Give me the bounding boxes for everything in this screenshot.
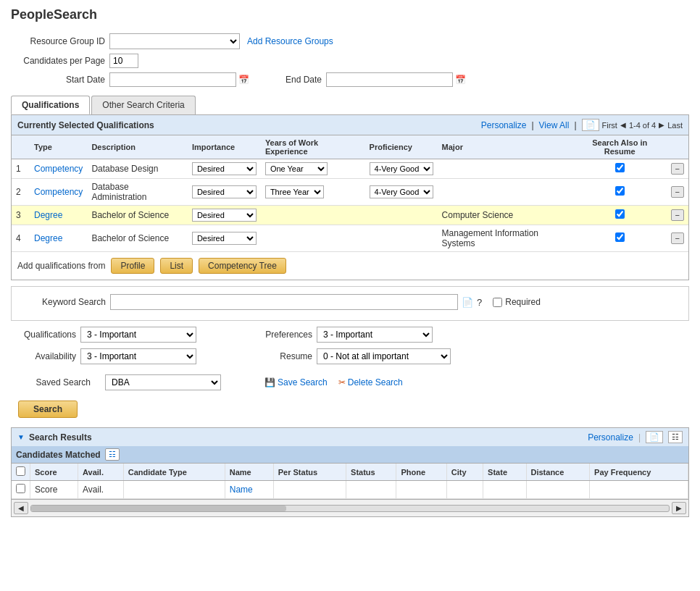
scroll-track[interactable] bbox=[30, 505, 670, 512]
profile-button[interactable]: Profile bbox=[111, 258, 154, 274]
row-type-link[interactable]: Competency bbox=[34, 164, 83, 174]
next-page-icon[interactable]: ▶ bbox=[659, 121, 664, 129]
preferences-criteria: Preferences 3 - Important 0 - Not at all… bbox=[254, 327, 433, 343]
triangle-icon[interactable]: ▼ bbox=[17, 433, 25, 441]
row-years-select[interactable]: Three YearOne YearTwo Years bbox=[265, 185, 324, 198]
row-resume-checkbox[interactable] bbox=[615, 209, 625, 219]
row-importance-select[interactable]: DesiredRequiredNice to Have bbox=[192, 162, 257, 175]
page-title: PeopleSearch bbox=[11, 7, 689, 22]
table-row: 4 Degree Bachelor of Science DesiredRequ… bbox=[12, 225, 688, 252]
row-description: Bachelor of Science bbox=[87, 225, 188, 252]
row-proficiency-select[interactable]: 4-Very Good1-Poor2-Fair3-Good5-Excellent bbox=[370, 162, 433, 175]
view-all-link[interactable]: View All bbox=[539, 120, 570, 130]
row-checkbox[interactable] bbox=[16, 484, 25, 493]
row-major: Computer Science bbox=[438, 206, 573, 225]
row-importance-select[interactable]: DesiredRequiredNice to Have bbox=[192, 232, 257, 245]
resource-group-select[interactable] bbox=[109, 33, 240, 49]
pagination-last[interactable]: Last bbox=[667, 121, 683, 130]
personalize-link[interactable]: Personalize bbox=[481, 120, 527, 130]
row-remove-btn[interactable]: − bbox=[671, 209, 684, 221]
add-resource-groups-link[interactable]: Add Resource Groups bbox=[247, 36, 333, 46]
criteria-row-1: Qualifications 3 - Important 0 - Not at … bbox=[11, 327, 689, 343]
keyword-icons: 📄 ? bbox=[462, 297, 482, 308]
start-date-input[interactable] bbox=[109, 72, 236, 87]
row-remove-btn[interactable]: − bbox=[671, 186, 684, 198]
col-type: Type bbox=[30, 135, 87, 159]
saved-search-select[interactable]: DBA bbox=[105, 374, 221, 390]
row-proficiency-select[interactable]: 4-Very Good1-Poor2-Fair3-Good5-Excellent bbox=[370, 185, 433, 198]
keyword-input[interactable] bbox=[110, 294, 458, 310]
keyword-section: Keyword Search 📄 ? Required bbox=[11, 286, 689, 321]
tab-qualifications[interactable]: Qualifications bbox=[11, 96, 90, 114]
row-description: Database Design bbox=[87, 159, 188, 179]
row-resume-checkbox[interactable] bbox=[615, 232, 625, 242]
preferences-criteria-select[interactable]: 3 - Important 0 - Not at all important 1… bbox=[317, 327, 433, 343]
row-resume-checkbox[interactable] bbox=[615, 186, 625, 196]
resource-group-row: Resource Group ID Add Resource Groups bbox=[11, 33, 689, 49]
col-description: Description bbox=[87, 135, 188, 159]
row-type-link[interactable]: Competency bbox=[34, 187, 83, 197]
end-date-calendar-icon[interactable]: 📅 bbox=[455, 75, 466, 85]
tab-other-search-criteria[interactable]: Other Search Criteria bbox=[91, 96, 195, 114]
resume-criteria-label: Resume bbox=[254, 351, 312, 361]
col-importance: Importance bbox=[188, 135, 261, 159]
required-checkbox[interactable] bbox=[493, 298, 502, 307]
table-row: 1 Competency Database Design DesiredRequ… bbox=[12, 159, 688, 179]
keyword-help-icon[interactable]: ? bbox=[477, 297, 482, 308]
candidates-per-page-row: Candidates per Page bbox=[11, 54, 689, 68]
row-avail: Avail. bbox=[78, 481, 124, 499]
row-years bbox=[261, 206, 365, 225]
row-proficiency bbox=[365, 206, 438, 225]
spreadsheet-icon[interactable]: ☷ bbox=[105, 448, 120, 461]
qualifications-criteria-select[interactable]: 3 - Important 0 - Not at all important 1… bbox=[80, 327, 196, 343]
list-button[interactable]: List bbox=[160, 258, 193, 274]
col-action bbox=[667, 135, 688, 159]
keyword-expand-icon[interactable]: 📄 bbox=[462, 297, 473, 308]
row-remove-btn[interactable]: − bbox=[671, 232, 684, 244]
results-export-icon[interactable]: 📄 bbox=[646, 431, 663, 443]
row-type-link[interactable]: Degree bbox=[34, 210, 62, 220]
qualifications-criteria: Qualifications 3 - Important 0 - Not at … bbox=[18, 327, 196, 343]
results-grid-icon[interactable]: ☷ bbox=[668, 431, 683, 443]
results-table: Score Avail. Candidate Type Name Per Sta… bbox=[12, 464, 688, 499]
start-date-calendar-icon[interactable]: 📅 bbox=[238, 75, 249, 85]
availability-criteria-select[interactable]: 3 - Important 0 - Not at all important 1… bbox=[80, 348, 196, 364]
export-icon[interactable]: 📄 bbox=[582, 119, 599, 131]
row-resume-checkbox[interactable] bbox=[615, 163, 625, 172]
delete-search-link[interactable]: ✂ Delete Search bbox=[338, 377, 403, 387]
select-all-checkbox[interactable] bbox=[16, 466, 25, 476]
row-remove-btn[interactable]: − bbox=[671, 163, 684, 175]
row-years-select[interactable]: One YearTwo YearsThree Years bbox=[265, 162, 328, 175]
row-importance-select[interactable]: DesiredRequiredNice to Have bbox=[192, 209, 257, 222]
prev-page-icon[interactable]: ◀ bbox=[620, 121, 626, 129]
row-importance-select[interactable]: DesiredRequiredNice to Have bbox=[192, 185, 257, 198]
date-row: Start Date 📅 End Date 📅 bbox=[11, 72, 689, 87]
col-years: Years of Work Experience bbox=[261, 135, 365, 159]
qualifications-section: Currently Selected Qualifications Person… bbox=[11, 114, 689, 280]
scroll-right-arrow[interactable]: ▶ bbox=[672, 502, 686, 514]
row-type-link[interactable]: Degree bbox=[34, 233, 62, 243]
search-button[interactable]: Search bbox=[18, 401, 78, 418]
row-num: 4 bbox=[12, 225, 30, 252]
row-phone bbox=[396, 481, 446, 499]
row-years bbox=[261, 225, 365, 252]
col-score: Score bbox=[30, 464, 78, 481]
results-personalize-link[interactable]: Personalize bbox=[588, 432, 633, 443]
end-date-input[interactable] bbox=[326, 72, 453, 87]
scroll-left-arrow[interactable]: ◀ bbox=[14, 502, 28, 514]
row-name[interactable]: Name bbox=[225, 481, 273, 499]
col-major: Major bbox=[438, 135, 573, 159]
required-label: Required bbox=[505, 297, 541, 307]
preferences-criteria-label: Preferences bbox=[254, 330, 312, 340]
table-row: 3 Degree Bachelor of Science DesiredRequ… bbox=[12, 206, 688, 225]
save-icon: 💾 bbox=[264, 377, 275, 387]
competency-tree-button[interactable]: Competency Tree bbox=[199, 258, 286, 274]
candidates-per-page-input[interactable] bbox=[109, 54, 138, 68]
pagination-first[interactable]: First bbox=[602, 121, 617, 130]
qualifications-table: Type Description Importance Years of Wor… bbox=[12, 135, 688, 252]
col-state: State bbox=[483, 464, 526, 481]
resume-criteria-select[interactable]: 0 - Not at all important 1 - Not Importa… bbox=[317, 348, 451, 364]
save-search-link[interactable]: 💾 Save Search bbox=[264, 377, 328, 387]
row-num: 3 bbox=[12, 206, 30, 225]
results-table-body: Score Avail. Name bbox=[12, 481, 688, 499]
